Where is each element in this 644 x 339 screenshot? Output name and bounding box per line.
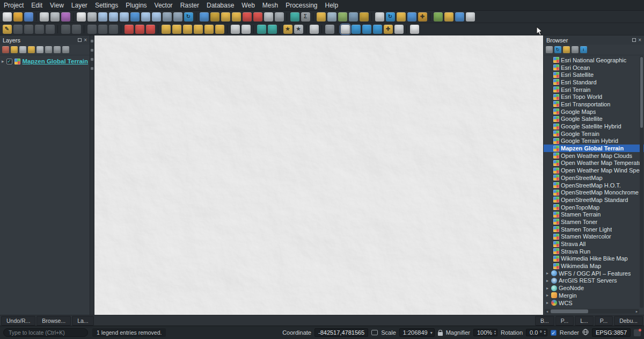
render-checkbox[interactable]: ✓ [551,330,557,336]
add-xyz-layer-icon[interactable] [360,12,369,21]
remove-layer-icon[interactable] [62,46,69,53]
layout-manager-icon[interactable] [50,12,60,21]
menu-item[interactable]: Raster [177,1,203,10]
scrollbar-thumb[interactable] [551,309,588,313]
horizontal-scrollbar[interactable]: ◂ ▸ [545,309,639,314]
menu-item[interactable]: Processing [282,1,321,10]
browser-item[interactable]: ▸ ArcGIS REST Servers [544,277,644,285]
cut-features-icon[interactable] [87,25,97,34]
temporal-controller-icon[interactable] [310,25,319,34]
select-polygon-icon[interactable] [232,12,241,21]
browser-item[interactable]: Strava Run [544,248,644,255]
panel-tab[interactable]: P... [595,316,613,326]
scroll-right-icon[interactable]: ▸ [634,309,639,314]
browser-item[interactable]: Google Terrain Hybrid [544,138,644,145]
collapse-all-icon[interactable] [54,46,61,53]
browser-item[interactable]: ▸ WFS / OGC API – Features [544,270,644,277]
menu-item[interactable]: Web [238,1,258,10]
menu-item[interactable]: Edit [27,1,46,10]
spin-down-icon[interactable]: ▾ [494,333,496,335]
browser-item[interactable]: Wikimedia Hike Bike Map [544,255,644,263]
expand-all-icon[interactable] [45,46,52,53]
browser-item[interactable]: Stamen Toner Light [544,226,644,233]
data-source-manager-icon[interactable] [325,25,334,34]
rotate-label-icon[interactable] [204,25,214,34]
copy-features-icon[interactable] [98,25,107,34]
text-annotation-icon[interactable] [231,25,240,34]
new-bookmark-icon[interactable]: ★ [283,25,292,34]
locate-input[interactable] [3,328,88,337]
invert-selection-icon[interactable] [373,25,382,34]
statistics-icon[interactable]: Σ [301,12,310,21]
menu-item[interactable]: Vector [151,1,177,10]
add-vector-layer-icon[interactable] [338,12,347,21]
browser-item[interactable]: OpenStreetMap H.O.T. [544,182,644,189]
zoom-full-icon[interactable] [130,12,140,21]
panel-tab[interactable]: La... [72,316,93,326]
plugin-manager-icon[interactable] [455,12,464,21]
new-project-icon[interactable] [3,12,12,21]
magnifier-spinbox[interactable]: 100% ▴▾ [473,329,497,336]
menu-item[interactable]: View [46,1,68,10]
docked-toolbar-icon[interactable] [91,58,93,61]
undo-icon[interactable] [61,25,70,34]
expander-icon[interactable]: ▸ [2,59,4,64]
log-messages-icon[interactable] [634,329,641,336]
panel-tab[interactable]: P... [555,316,574,326]
browser-item[interactable]: Stamen Watercolor [544,233,644,241]
style-manager-icon[interactable] [61,12,70,21]
add-group-icon[interactable] [11,46,18,53]
browser-item[interactable]: Stamen Terrain [544,211,644,218]
measure-line-icon[interactable] [257,25,266,34]
crs-globe-icon[interactable] [582,329,589,336]
database-manager-icon[interactable] [397,12,406,21]
expander-icon[interactable]: ▸ [545,293,550,298]
browser-item[interactable]: Strava All [544,240,644,248]
vertex-tool-icon[interactable] [46,25,55,34]
pin-labels-icon[interactable] [172,25,181,34]
scroll-left-icon[interactable]: ◂ [545,309,550,314]
panel-tab[interactable]: Debu... [614,316,643,326]
measure-area-icon[interactable] [268,25,277,34]
expander-icon[interactable]: ▸ [545,286,550,291]
chevron-down-icon[interactable]: ▾ [430,330,433,335]
redo-icon[interactable] [72,25,81,34]
refresh-icon[interactable]: ↻ [184,12,193,21]
zoom-in-icon[interactable] [98,12,107,21]
attribute-table-icon[interactable] [264,12,273,21]
show-bookmarks-icon[interactable]: ★ [294,25,303,34]
web-services-icon[interactable] [407,12,416,21]
browser-item[interactable]: Esri Satellite [544,71,644,78]
browser-item[interactable]: Google Satellite [544,116,644,123]
browser-item[interactable]: Wikimedia Map [544,262,644,270]
float-panel-icon[interactable] [78,38,82,42]
expander-icon[interactable]: ▸ [545,271,550,276]
collapse-all-icon[interactable] [572,46,579,53]
select-all-icon[interactable] [362,25,371,34]
browser-item[interactable]: ▸ WCS [544,299,644,307]
new-layout-icon[interactable] [40,12,49,21]
python-icon[interactable] [444,12,453,21]
docked-toolbar-icon[interactable] [91,49,93,52]
expander-icon[interactable]: ▸ [545,278,550,283]
deselect-icon[interactable] [243,12,252,21]
measure-icon[interactable] [290,12,299,21]
reselect-icon[interactable] [253,12,262,21]
move-label-icon[interactable] [194,25,203,34]
browser-item[interactable]: ▸ Mergin [544,292,644,299]
browser-item[interactable]: OpenStreetMap Standard [544,196,644,204]
pan-map-icon[interactable] [77,12,86,21]
zoom-to-layer-icon[interactable] [152,12,161,21]
menu-item[interactable]: Help [321,1,342,10]
add-feature-icon[interactable] [24,25,33,34]
identify-icon[interactable] [200,12,209,21]
float-panel-icon[interactable] [632,38,636,42]
close-panel-icon[interactable]: × [84,38,87,42]
menu-item[interactable]: Settings [91,1,122,10]
map-canvas[interactable] [94,35,543,315]
add-selected-layers-icon[interactable] [546,46,553,53]
browser-item[interactable]: Google Satellite Hybrid [544,122,644,130]
manage-themes-icon[interactable] [19,46,26,53]
pan-to-selection-icon[interactable] [87,12,97,21]
vertical-scrollbar[interactable] [640,56,643,308]
